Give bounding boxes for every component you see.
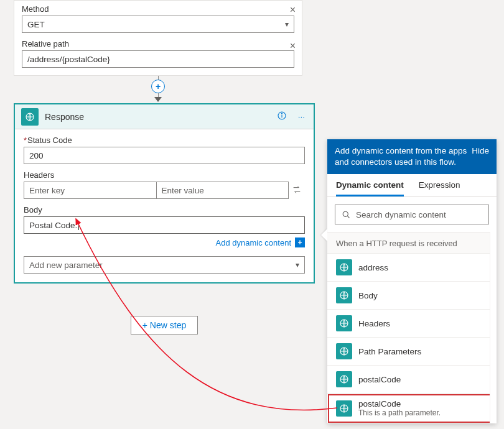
item-description: This is a path parameter. xyxy=(358,408,441,417)
close-icon[interactable]: × xyxy=(290,4,296,16)
globe-icon xyxy=(336,287,352,303)
scrollbar[interactable] xyxy=(492,232,495,423)
svg-line-5 xyxy=(347,216,349,218)
body-label: Body xyxy=(24,205,305,214)
new-step-button[interactable]: + New step xyxy=(131,316,198,334)
item-label: address xyxy=(358,263,388,272)
item-label: postalCode xyxy=(358,399,441,408)
request-card: × × Method GET ▾ Relative path /address/… xyxy=(14,0,302,76)
connector: + xyxy=(14,76,302,103)
plus-badge-icon[interactable]: + xyxy=(295,238,305,247)
dynamic-content-item[interactable]: Headers xyxy=(327,310,497,338)
relative-path-input[interactable]: /address/{postalCode} xyxy=(22,50,294,68)
search-icon xyxy=(342,210,351,219)
headers-key-input[interactable]: Enter key xyxy=(24,182,157,199)
status-code-value: 200 xyxy=(29,151,44,160)
item-label: postalCode xyxy=(358,375,401,384)
headers-value-input[interactable]: Enter value xyxy=(157,182,289,199)
response-icon xyxy=(21,108,39,126)
arrow-down-icon xyxy=(154,97,162,102)
new-step-label: + New step xyxy=(142,320,186,330)
method-label: Method xyxy=(22,4,294,14)
add-step-icon[interactable]: + xyxy=(151,80,165,93)
response-title: Response xyxy=(45,112,268,122)
swap-icon[interactable] xyxy=(289,185,305,196)
body-input[interactable]: Postal Code: xyxy=(24,216,305,234)
chevron-down-icon: ▾ xyxy=(285,20,289,29)
hide-button[interactable]: Hide xyxy=(472,145,489,157)
globe-icon xyxy=(336,259,352,275)
search-placeholder: Search dynamic content xyxy=(356,210,446,219)
info-icon[interactable] xyxy=(274,108,289,125)
dynamic-content-item[interactable]: Path Parameters xyxy=(327,338,497,366)
method-value: GET xyxy=(27,20,45,29)
dynamic-content-header: Add dynamic content from the apps and co… xyxy=(327,139,497,174)
dynamic-content-header-text: Add dynamic content from the apps and co… xyxy=(335,145,472,168)
status-code-input[interactable]: 200 xyxy=(24,147,305,164)
tab-expression[interactable]: Expression xyxy=(419,180,460,196)
svg-point-3 xyxy=(281,113,282,114)
chevron-down-icon: ▾ xyxy=(296,261,299,269)
more-icon[interactable]: ··· xyxy=(296,109,307,124)
response-header[interactable]: Response ··· xyxy=(15,104,314,129)
relative-path-label: Relative path xyxy=(22,39,294,48)
item-label: Path Parameters xyxy=(358,347,421,356)
item-label: Body xyxy=(358,291,378,300)
tab-dynamic-content[interactable]: Dynamic content xyxy=(336,180,404,196)
method-select[interactable]: GET ▾ xyxy=(22,16,294,33)
headers-label: Headers xyxy=(24,170,305,180)
status-code-label: *Status Code xyxy=(24,136,305,145)
dynamic-content-item[interactable]: address xyxy=(327,254,497,282)
add-dynamic-content-link[interactable]: Add dynamic content xyxy=(216,238,291,247)
globe-icon xyxy=(336,371,352,387)
response-card: Response ··· *Status Code 200 Headers En… xyxy=(14,103,315,284)
close-icon[interactable]: × xyxy=(290,40,296,52)
dynamic-content-item[interactable]: postalCode xyxy=(327,366,497,394)
dynamic-content-search[interactable]: Search dynamic content xyxy=(335,205,489,224)
globe-icon xyxy=(336,315,352,331)
dynamic-content-item[interactable]: Body xyxy=(327,282,497,310)
body-value: Postal Code: xyxy=(29,221,77,230)
globe-icon xyxy=(336,400,352,417)
panel-caret-icon xyxy=(321,229,327,241)
text-cursor xyxy=(78,221,79,230)
dynamic-content-item[interactable]: postalCodeThis is a path parameter. xyxy=(327,394,497,423)
item-label: Headers xyxy=(358,319,390,328)
add-parameter-placeholder: Add new parameter xyxy=(29,261,103,270)
dynamic-content-panel: Add dynamic content from the apps and co… xyxy=(327,139,497,423)
globe-icon xyxy=(336,343,352,359)
relative-path-value: /address/{postalCode} xyxy=(27,55,110,64)
dynamic-content-tabs: Dynamic content Expression xyxy=(327,174,497,197)
svg-point-4 xyxy=(343,211,348,216)
dynamic-content-section: When a HTTP request is received xyxy=(327,232,497,254)
add-parameter-select[interactable]: Add new parameter ▾ xyxy=(24,256,305,274)
